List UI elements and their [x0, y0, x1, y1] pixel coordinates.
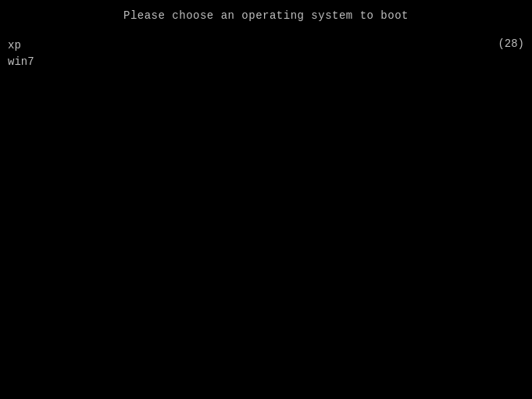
- os-list[interactable]: xp win7: [8, 37, 34, 70]
- os-item-xp[interactable]: xp: [8, 37, 34, 54]
- boot-title: Please choose an operating system to boo…: [0, 0, 532, 28]
- boot-screen: Please choose an operating system to boo…: [0, 0, 532, 399]
- countdown-timer: (28): [498, 37, 524, 50]
- os-item-win7[interactable]: win7: [8, 54, 34, 70]
